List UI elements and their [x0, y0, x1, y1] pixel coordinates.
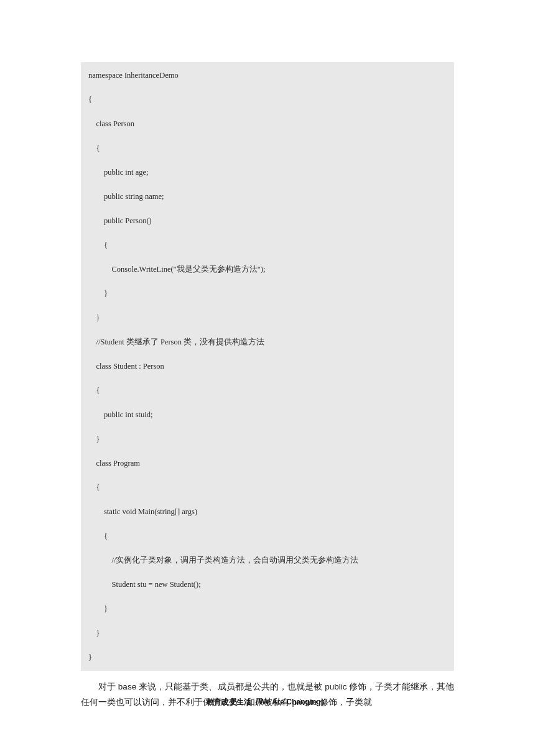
code-line: {: [88, 95, 447, 104]
paragraph-text: 来说，只能基于类、成员都是公共的，也就是被: [136, 682, 325, 691]
page-footer: 教育改变生活（We Are Changing）: [0, 697, 535, 708]
code-line: }: [88, 604, 447, 614]
code-line: {: [88, 241, 447, 250]
code-line: static void Main(string[] args): [88, 507, 447, 517]
footer-en: We Are Changing: [259, 698, 320, 706]
code-line: Student stu = new Student();: [88, 580, 447, 589]
footer-paren: ）: [321, 698, 328, 706]
keyword-public: public: [325, 682, 347, 691]
code-line: class Person: [88, 119, 447, 129]
code-line: namespace InheritanceDemo: [88, 71, 447, 80]
code-line: public int stuid;: [88, 410, 447, 420]
code-line: class Student : Person: [88, 362, 447, 371]
code-line: {: [88, 386, 447, 395]
code-line: {: [88, 532, 447, 541]
code-line: {: [88, 483, 447, 492]
code-line: }: [88, 653, 447, 662]
code-line: public int age;: [88, 168, 447, 177]
code-line: //Student 类继承了 Person 类，没有提供构造方法: [88, 338, 447, 347]
code-line: }: [88, 435, 447, 444]
code-line: }: [88, 313, 447, 323]
code-line: public Person(): [88, 216, 447, 226]
paragraph-text: 对于: [98, 682, 118, 691]
code-line: }: [88, 629, 447, 638]
code-line: {: [88, 144, 447, 153]
code-line: Console.WriteLine("我是父类无参构造方法");: [88, 265, 447, 274]
page-container: namespace InheritanceDemo { class Person…: [0, 0, 535, 710]
code-block: namespace InheritanceDemo { class Person…: [81, 62, 454, 671]
footer-cn: 教育改变生活: [207, 698, 251, 706]
code-line: class Program: [88, 459, 447, 468]
keyword-base: base: [118, 682, 136, 691]
code-line: public string name;: [88, 192, 447, 201]
code-line: //实例化子类对象，调用子类构造方法，会自动调用父类无参构造方法: [88, 556, 447, 565]
code-line: }: [88, 289, 447, 298]
footer-paren: （: [251, 698, 259, 706]
